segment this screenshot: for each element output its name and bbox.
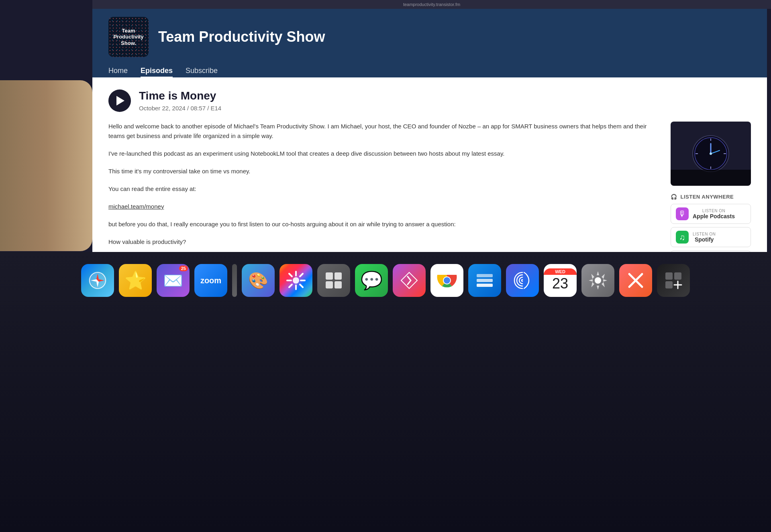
zoom-icon: zoom [200, 276, 221, 285]
chrome-icon [436, 269, 458, 292]
episode-thumbnail [671, 122, 751, 186]
svg-point-8 [710, 152, 712, 155]
clock-svg [691, 134, 731, 174]
svg-marker-28 [401, 272, 417, 288]
svg-rect-34 [477, 279, 493, 282]
svg-rect-24 [326, 272, 333, 280]
photos-icon [286, 270, 306, 291]
browser-content: Team Productivity Show. Team Productivit… [92, 9, 767, 252]
dock-messages[interactable]: 💬 [355, 264, 388, 297]
spotify-button[interactable]: ♫ LISTEN ON Spotify [671, 227, 751, 247]
calendar-day-number: 23 [552, 275, 568, 292]
site-header: Team Productivity Show. Team Productivit… [92, 9, 767, 77]
url-text: teamproductivity.transistor.fm [403, 2, 460, 7]
dock-grid[interactable] [317, 264, 350, 297]
svg-line-22 [300, 274, 303, 276]
apple-podcasts-button[interactable]: 🎙 LISTEN ON Apple Podcasts [671, 204, 751, 224]
desc-para1: Hello and welcome back to another episod… [108, 122, 655, 141]
svg-line-20 [289, 274, 292, 276]
headphone-icon: 🎧 [671, 194, 677, 200]
dock-crossover[interactable] [619, 264, 652, 297]
svg-rect-40 [674, 272, 681, 280]
essay-link[interactable]: michael.team/money [108, 203, 164, 210]
svg-rect-39 [665, 272, 673, 280]
svg-rect-26 [326, 281, 333, 288]
dock-calendar[interactable]: WED 23 [544, 264, 577, 297]
spotify-icon: ♫ [676, 231, 689, 244]
site-title: Team Productivity Show [158, 28, 325, 45]
episode-title: Time is Money [139, 89, 221, 102]
multipass-icon [664, 271, 683, 290]
freeform-icon: 🎨 [248, 271, 268, 290]
svg-rect-33 [477, 284, 493, 287]
listen-anywhere-section: 🎧 LISTEN ANYWHERE 🎙 LISTEN ON Apple Podc… [671, 194, 751, 252]
dock-multipass[interactable] [657, 264, 690, 297]
dock-bear[interactable]: ⭐ [119, 264, 152, 297]
calendar-day-of-week: WED [544, 268, 577, 275]
episode-number: E14 [211, 105, 222, 112]
dock-zoom[interactable]: zoom [194, 264, 227, 297]
essay-link-para: michael.team/money [108, 202, 655, 211]
separator2: / [207, 105, 210, 112]
desc-para6: How valuable is productivity? [108, 237, 655, 247]
main-nav: Home Episodes Subscribe [108, 63, 751, 77]
svg-point-32 [444, 277, 450, 284]
nav-episodes[interactable]: Episodes [141, 67, 173, 77]
dock-freeform[interactable]: 🎨 [242, 264, 275, 297]
desc-para5: but before you do that, I really encoura… [108, 219, 655, 229]
nav-home[interactable]: Home [108, 67, 128, 77]
episode-meta: Time is Money October 22, 2024 / 08:57 /… [139, 89, 221, 112]
episode-sidebar: 🎧 LISTEN ANYWHERE 🎙 LISTEN ON Apple Podc… [671, 122, 751, 252]
mail-badge: 25 [179, 266, 188, 271]
spotify-text: LISTEN ON Spotify [693, 232, 716, 243]
listen-anywhere-label: 🎧 LISTEN ANYWHERE [671, 194, 751, 200]
dock-shortcuts[interactable] [393, 264, 426, 297]
logo-text: Team Productivity Show. [113, 28, 143, 47]
page-content: Time is Money October 22, 2024 / 08:57 /… [92, 77, 767, 252]
safari-icon [88, 270, 108, 290]
hand [0, 80, 92, 251]
play-icon [116, 96, 124, 106]
play-button[interactable] [108, 89, 131, 112]
svg-rect-27 [335, 281, 342, 288]
svg-rect-41 [665, 281, 673, 288]
episode-date: October 22, 2024 [139, 105, 186, 112]
mail-icon: ✉️ [163, 271, 183, 290]
dock: ⭐ ✉️ 25 zoom 🎨 [0, 252, 771, 532]
logo-line3: Show. [113, 40, 143, 47]
dock-mail[interactable]: ✉️ 25 [157, 264, 190, 297]
header-top: Team Productivity Show. Team Productivit… [108, 17, 751, 63]
episode-info: October 22, 2024 / 08:57 / E14 [139, 105, 221, 112]
spotify-listen-on: LISTEN ON [693, 232, 716, 236]
svg-rect-35 [477, 274, 493, 277]
apple-podcasts-text: LISTEN ON Apple Podcasts [693, 209, 735, 219]
settings-icon [588, 270, 608, 290]
svg-line-23 [289, 284, 292, 287]
dock-photos[interactable] [279, 264, 312, 297]
dock-biometric[interactable] [506, 264, 539, 297]
bear-icon: ⭐ [124, 270, 147, 291]
messages-icon: 💬 [361, 270, 383, 291]
svg-line-21 [300, 284, 303, 287]
listen-anywhere-text: LISTEN ANYWHERE [681, 194, 734, 200]
spotify-platform-name: Spotify [693, 236, 716, 243]
svg-point-15 [293, 277, 299, 284]
desc-para4: You can read the entire essay at: [108, 184, 655, 194]
apple-podcasts-icon: 🎙 [676, 207, 689, 220]
dock-buffer[interactable] [468, 264, 501, 297]
logo-line2: Productivity [113, 34, 143, 40]
episode-duration: 08:57 [190, 105, 206, 112]
shortcuts-icon [400, 271, 419, 290]
episode-header: Time is Money October 22, 2024 / 08:57 /… [108, 89, 751, 112]
dock-settings[interactable] [581, 264, 614, 297]
dock-chrome[interactable] [430, 264, 463, 297]
two-col-layout: Hello and welcome back to another episod… [108, 122, 751, 252]
grid-icon [325, 272, 343, 289]
svg-rect-25 [335, 272, 342, 280]
crossover-icon [626, 271, 645, 290]
buffer-icon [475, 271, 494, 290]
biometric-icon [513, 271, 532, 290]
desc-para3: This time it's my controversial take on … [108, 167, 655, 176]
dock-safari[interactable] [81, 264, 114, 297]
nav-subscribe[interactable]: Subscribe [186, 67, 218, 77]
